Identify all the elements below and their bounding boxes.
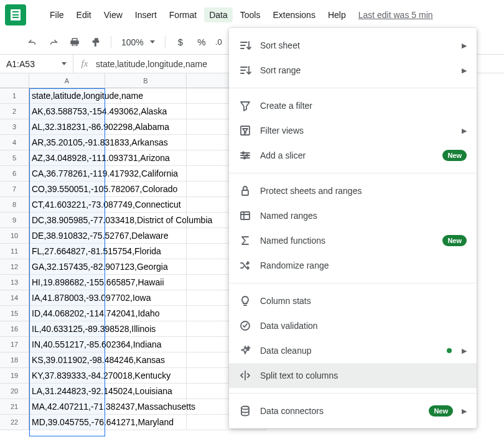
- menu-data[interactable]: Data: [204, 7, 233, 22]
- row-header[interactable]: 5: [0, 150, 29, 166]
- cell[interactable]: [105, 337, 187, 352]
- redo-button[interactable]: [45, 34, 62, 51]
- row-header[interactable]: 19: [0, 368, 29, 384]
- menu-item-sort-range[interactable]: Sort range▶: [229, 58, 477, 83]
- paint-format-button[interactable]: [87, 34, 105, 51]
- cell[interactable]: [105, 135, 187, 150]
- cell[interactable]: LA,31.244823,-92.145024,Louisiana: [29, 384, 105, 399]
- cell[interactable]: GA,32.157435,-82.907123,Georgia: [29, 259, 105, 275]
- cell[interactable]: IN,40.551217,-85.602364,Indiana: [29, 337, 105, 352]
- decrease-decimal-button[interactable]: .0: [214, 34, 223, 51]
- cell[interactable]: FL,27.664827,-81.515754,Florida: [29, 244, 105, 259]
- cell[interactable]: [105, 384, 187, 399]
- cell[interactable]: MA,42.407211,-71.382437,Massachusetts: [29, 399, 105, 415]
- row-header[interactable]: 6: [0, 166, 29, 182]
- select-all-corner[interactable]: [0, 73, 29, 88]
- cell[interactable]: AL,32.318231,-86.902298,Alabama: [29, 119, 105, 135]
- menu-item-data-cleanup[interactable]: Data cleanup▶: [229, 338, 477, 363]
- cell[interactable]: [105, 197, 187, 213]
- cell[interactable]: ID,44.068202,-114.742041,Idaho: [29, 306, 105, 321]
- cell[interactable]: AK,63.588753,-154.493062,Alaska: [29, 104, 105, 119]
- cell[interactable]: [105, 150, 187, 166]
- row-header[interactable]: 20: [0, 384, 29, 399]
- cell[interactable]: [105, 415, 187, 430]
- cell[interactable]: [105, 306, 187, 321]
- column-header-a[interactable]: A: [29, 73, 105, 88]
- row-header[interactable]: 11: [0, 244, 29, 259]
- menu-item-randomize-range[interactable]: Randomize range: [229, 253, 477, 278]
- cell[interactable]: [105, 244, 187, 259]
- menu-file[interactable]: File: [45, 7, 69, 22]
- menu-item-protect-sheets-and-ranges[interactable]: Protect sheets and ranges: [229, 178, 477, 203]
- cell[interactable]: KY,37.839333,-84.270018,Kentucky: [29, 368, 105, 384]
- cell[interactable]: [105, 352, 187, 368]
- cell[interactable]: [105, 119, 187, 135]
- name-box[interactable]: A1:A53: [0, 55, 73, 73]
- row-header[interactable]: 1: [0, 88, 29, 104]
- column-header-b[interactable]: B: [105, 73, 187, 88]
- cell[interactable]: CO,39.550051,-105.782067,Colorado: [29, 182, 105, 197]
- row-header[interactable]: 18: [0, 352, 29, 368]
- menu-item-data-validation[interactable]: Data validation: [229, 313, 477, 338]
- menu-item-sort-sheet[interactable]: Sort sheet▶: [229, 33, 477, 58]
- cell[interactable]: [105, 275, 187, 290]
- menu-item-filter-views[interactable]: Filter views▶: [229, 118, 477, 143]
- menu-insert[interactable]: Insert: [130, 7, 162, 22]
- row-header[interactable]: 4: [0, 135, 29, 150]
- cell[interactable]: [105, 321, 187, 337]
- cell[interactable]: KS,39.011902,-98.484246,Kansas: [29, 352, 105, 368]
- cell[interactable]: [105, 228, 187, 244]
- cell[interactable]: [105, 399, 187, 415]
- row-header[interactable]: 16: [0, 321, 29, 337]
- menu-view[interactable]: View: [99, 7, 128, 22]
- row-header[interactable]: 12: [0, 259, 29, 275]
- row-header[interactable]: 8: [0, 197, 29, 213]
- cell[interactable]: IL,40.633125,-89.398528,Illinois: [29, 321, 105, 337]
- cell[interactable]: DE,38.910832,-75.52767,Delaware: [29, 228, 105, 244]
- row-header[interactable]: 2: [0, 104, 29, 119]
- cell[interactable]: AZ,34.048928,-111.093731,Arizona: [29, 150, 105, 166]
- row-header[interactable]: 14: [0, 290, 29, 306]
- cell[interactable]: AR,35.20105,-91.831833,Arkansas: [29, 135, 105, 150]
- cell[interactable]: [105, 368, 187, 384]
- cell[interactable]: MD,39.045755,-76.641271,Maryland: [29, 415, 105, 430]
- cell[interactable]: [105, 88, 187, 104]
- menu-edit[interactable]: Edit: [72, 7, 96, 22]
- menu-item-data-connectors[interactable]: Data connectorsNew▶: [229, 398, 477, 423]
- cell[interactable]: [105, 104, 187, 119]
- zoom-select[interactable]: 100%: [118, 37, 159, 47]
- print-button[interactable]: [66, 34, 83, 51]
- cell[interactable]: [105, 182, 187, 197]
- menu-item-named-functions[interactable]: Named functionsNew: [229, 228, 477, 253]
- row-header[interactable]: 7: [0, 182, 29, 197]
- menu-item-create-a-filter[interactable]: Create a filter: [229, 93, 477, 118]
- cell[interactable]: [105, 290, 187, 306]
- cell[interactable]: DC,38.905985,-77.033418,District of Colu…: [29, 213, 105, 228]
- menu-item-split-text-to-columns[interactable]: Split text to columns: [229, 363, 477, 388]
- cell[interactable]: CT,41.603221,-73.087749,Connecticut: [29, 197, 105, 213]
- cell[interactable]: CA,36.778261,-119.417932,California: [29, 166, 105, 182]
- undo-button[interactable]: [24, 34, 41, 51]
- menu-item-add-a-slicer[interactable]: Add a slicerNew: [229, 143, 477, 168]
- row-header[interactable]: 9: [0, 213, 29, 228]
- row-header[interactable]: 17: [0, 337, 29, 352]
- row-header[interactable]: 3: [0, 119, 29, 135]
- format-percent-button[interactable]: %: [193, 34, 210, 51]
- row-header[interactable]: 22: [0, 415, 29, 430]
- cell[interactable]: [105, 166, 187, 182]
- menu-help[interactable]: Help: [323, 7, 351, 22]
- row-header[interactable]: 15: [0, 306, 29, 321]
- format-currency-button[interactable]: $: [172, 34, 189, 51]
- row-header[interactable]: 21: [0, 399, 29, 415]
- cell[interactable]: state,latitude,longitude,name: [29, 88, 105, 104]
- cell[interactable]: IA,41.878003,-93.097702,Iowa: [29, 290, 105, 306]
- row-header[interactable]: 13: [0, 275, 29, 290]
- row-header[interactable]: 10: [0, 228, 29, 244]
- menu-format[interactable]: Format: [164, 7, 202, 22]
- cell[interactable]: [105, 213, 187, 228]
- last-edit-link[interactable]: Last edit was 5 min: [358, 10, 433, 20]
- cell[interactable]: [105, 259, 187, 275]
- menu-item-column-stats[interactable]: Column stats: [229, 288, 477, 313]
- cell[interactable]: HI,19.898682,-155.665857,Hawaii: [29, 275, 105, 290]
- menu-tools[interactable]: Tools: [235, 7, 266, 22]
